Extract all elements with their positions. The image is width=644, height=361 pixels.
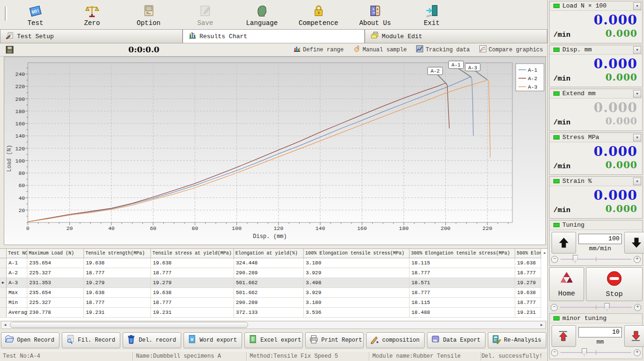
jog-up-button[interactable] <box>552 325 576 347</box>
table-cell[interactable]: 18.777 <box>84 268 151 278</box>
toolbar-button-test[interactable]: GO! Test <box>7 3 64 27</box>
row-marker[interactable] <box>0 308 7 318</box>
column-header[interactable]: 500% Elongation tensile stress(MPa) <box>515 249 541 258</box>
table-cell[interactable]: 19.279 <box>151 278 234 288</box>
minor-tuning-slider[interactable]: − + <box>550 348 642 357</box>
column-header[interactable]: Tensile stress at yield(MPa) <box>151 249 234 258</box>
table-cell[interactable]: 19.638 <box>84 258 151 268</box>
home-button[interactable]: Home <box>549 267 584 301</box>
row-marker[interactable] <box>0 268 7 278</box>
scroll-right-arrow[interactable]: ► <box>538 322 545 328</box>
row-label[interactable]: Max <box>7 288 27 298</box>
tuning-slider[interactable]: − + <box>550 254 642 264</box>
table-cell[interactable]: 501.662 <box>234 278 304 288</box>
scrollbar-thumb[interactable] <box>10 322 248 328</box>
slider-plus-button[interactable]: + <box>634 304 641 311</box>
table-cell[interactable]: 18.571 <box>410 278 515 288</box>
slider-minus-button[interactable]: − <box>551 256 558 263</box>
chart-tool-define-range[interactable]: Define range <box>291 44 346 55</box>
table-cell[interactable]: 18.777 <box>410 268 515 278</box>
slider-plus-button[interactable]: + <box>634 349 641 356</box>
chevron-down-icon[interactable]: ▼ <box>633 90 641 98</box>
row-label[interactable]: A-1 <box>7 258 27 268</box>
row-marker[interactable]: ▶ <box>0 278 7 288</box>
toolbar-button-language[interactable]: Language <box>234 3 290 27</box>
column-header[interactable]: Tensile strength(MPa) <box>84 249 151 258</box>
re-analysis-button[interactable]: Re-Analysis <box>488 332 546 348</box>
slider-track[interactable] <box>560 352 631 353</box>
tab-module-edit[interactable]: Module Edit <box>365 29 547 43</box>
row-label[interactable]: Min <box>7 298 27 308</box>
row-label[interactable]: Average <box>7 308 27 318</box>
chart-tool-compare-graphics[interactable]: Compare graphics <box>477 44 545 55</box>
save-disk-icon[interactable] <box>6 46 14 54</box>
table-cell[interactable]: 290.289 <box>234 298 304 308</box>
table-cell[interactable]: 290.289 <box>234 268 304 278</box>
table-cell[interactable]: 19.231 <box>84 308 151 318</box>
column-header[interactable]: 300% Elongation tensile stress(MPa) <box>410 249 515 258</box>
table-cell[interactable]: 19.231 <box>515 308 541 318</box>
tab-test-setup[interactable]: Test Setup <box>0 29 183 43</box>
del-record-button[interactable]: Del. record <box>123 332 181 348</box>
word-export-button[interactable]: WWord export <box>184 332 242 348</box>
slider-minus-button[interactable]: − <box>551 304 558 311</box>
table-cell[interactable]: 18.777 <box>151 298 234 308</box>
fil-record-button[interactable]: Fil. Record <box>62 332 120 348</box>
chevron-down-icon[interactable]: ▼ <box>633 46 641 54</box>
table-cell[interactable]: 18.777 <box>410 288 515 298</box>
open-record-button[interactable]: Open Record <box>1 332 59 348</box>
table-cell[interactable]: 19.638 <box>151 288 234 298</box>
column-header[interactable]: Elongation at yield(%) <box>234 249 304 258</box>
data-export-button[interactable]: OUTData Export <box>427 332 485 348</box>
table-cell[interactable]: 231.353 <box>27 278 84 288</box>
column-header[interactable]: Test NO <box>7 249 27 258</box>
table-cell[interactable]: 501.662 <box>234 288 304 298</box>
table-cell[interactable]: 3.929 <box>304 268 410 278</box>
chevron-down-icon[interactable]: ▼ <box>633 2 641 10</box>
row-marker[interactable] <box>0 258 7 268</box>
table-cell[interactable]: 3.536 <box>304 308 410 318</box>
table-cell[interactable]: 3.180 <box>304 258 410 268</box>
table-cell[interactable]: 19.279 <box>84 278 151 288</box>
table-cell[interactable]: 3.929 <box>304 288 410 298</box>
slider-minus-button[interactable]: − <box>551 349 558 356</box>
table-cell[interactable]: 18.115 <box>410 298 515 308</box>
toolbar-button-exit[interactable]: Exit <box>403 3 460 27</box>
row-label[interactable]: A-2 <box>7 268 27 278</box>
table-cell[interactable]: 3.180 <box>304 298 410 308</box>
jog-down-button[interactable] <box>624 325 644 347</box>
row-label[interactable]: A-3 <box>7 278 27 288</box>
table-cell[interactable]: 19.638 <box>515 258 541 268</box>
scroll-left-arrow[interactable]: ◄ <box>2 322 8 328</box>
slider-plus-button[interactable]: + <box>634 256 641 263</box>
chevron-down-icon[interactable]: ▼ <box>633 134 641 141</box>
table-cell[interactable]: 19.638 <box>515 288 541 298</box>
table-cell[interactable]: 19.231 <box>151 308 234 318</box>
excel-export-button[interactable]: Excel export <box>244 332 303 348</box>
tab-results-chart[interactable]: Results Chart <box>183 29 365 43</box>
table-cell[interactable]: 235.654 <box>27 288 84 298</box>
table-cell[interactable]: 18.777 <box>515 268 541 278</box>
table-cell[interactable]: 19.638 <box>151 258 234 268</box>
chart-tool-manual-sample[interactable]: Manual sample <box>351 44 410 55</box>
slider-track[interactable] <box>560 307 632 308</box>
speed-up-button[interactable] <box>552 232 576 254</box>
column-header[interactable]: Maximum Load (N) <box>27 249 84 258</box>
table-cell[interactable]: 19.638 <box>84 288 151 298</box>
table-cell[interactable]: 230.778 <box>27 308 84 318</box>
chart-tool-tracking-data[interactable]: Tracking data <box>414 44 472 55</box>
table-cell[interactable]: 18.777 <box>515 298 541 308</box>
table-cell[interactable]: 18.488 <box>410 308 515 318</box>
load-displacement-chart[interactable]: 0204060801001201401601802002202040608010… <box>4 57 546 245</box>
plot-area[interactable] <box>28 63 512 222</box>
speed-input[interactable] <box>578 234 622 244</box>
table-cell[interactable]: 225.327 <box>27 298 84 308</box>
position-slider[interactable]: − + <box>549 303 643 312</box>
table-cell[interactable]: 235.654 <box>27 258 84 268</box>
table-cell[interactable]: 18.777 <box>151 268 234 278</box>
table-cell[interactable]: 18.115 <box>410 258 515 268</box>
table-cell[interactable]: 18.777 <box>84 298 151 308</box>
speed-down-button[interactable] <box>624 232 644 254</box>
toolbar-button-competence[interactable]: Competence <box>290 3 347 27</box>
table-scroll-left-arrow[interactable]: ◄ <box>542 250 547 257</box>
